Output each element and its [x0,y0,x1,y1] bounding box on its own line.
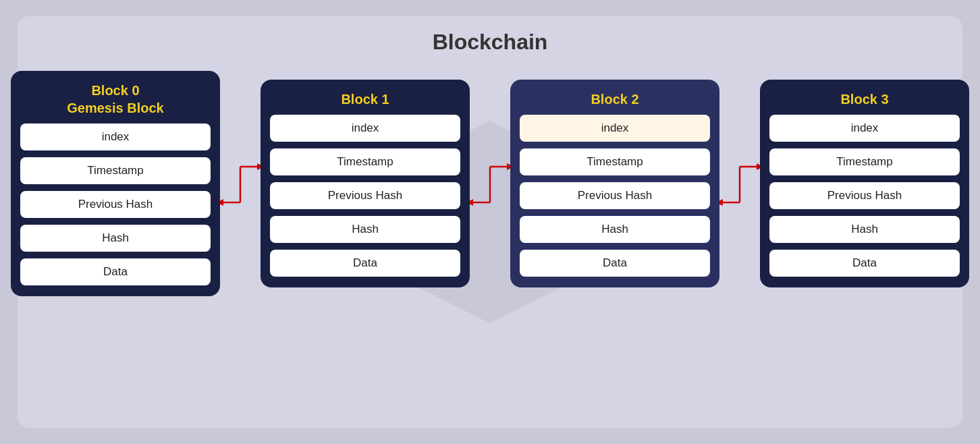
block-0-timestamp: Timestamp [20,157,211,184]
arrow-0-1 [220,143,261,224]
arrow-2-3-svg [719,143,760,224]
block-3-index: index [769,115,960,142]
block-0: Block 0 Gemesis Block index Timestamp Pr… [11,71,220,296]
arrow-1-2-svg [470,143,510,224]
block-3: Block 3 index Timestamp Previous Hash Ha… [760,80,969,287]
block-3-timestamp: Timestamp [769,148,960,175]
block-3-previous-hash: Previous Hash [769,182,960,209]
block-3-data: Data [769,250,960,277]
blocks-row: Block 0 Gemesis Block index Timestamp Pr… [38,71,942,296]
block-1-previous-hash: Previous Hash [270,182,460,209]
arrow-0-1-svg [220,143,261,224]
block-1-index: index [270,115,460,142]
block-0-title: Block 0 Gemesis Block [67,82,163,117]
arrow-1-2 [470,143,510,224]
svg-marker-9 [470,199,473,206]
block-1-data: Data [270,250,460,277]
block-1-timestamp: Timestamp [270,148,460,175]
block-2-hash: Hash [520,216,710,243]
block-0-previous-hash: Previous Hash [20,191,211,218]
block-3-hash: Hash [769,216,960,243]
block-2: Block 2 index Timestamp Previous Hash Ha… [510,80,719,287]
block-2-title: Block 2 [591,90,638,108]
blockchain-container: Blockchain Block 0 Gemesis Block index T… [18,16,962,428]
block-3-title: Block 3 [840,90,888,108]
block-1-hash: Hash [270,216,460,243]
block-2-previous-hash: Previous Hash [520,182,710,209]
svg-marker-14 [719,199,723,206]
svg-marker-8 [507,163,510,170]
block-0-index: index [20,123,211,150]
arrow-2-3 [719,143,760,224]
block-2-data: Data [520,250,710,277]
block-2-timestamp: Timestamp [520,148,710,175]
block-1: Block 1 index Timestamp Previous Hash Ha… [261,80,470,287]
block-2-index: index [520,115,710,142]
svg-marker-3 [257,163,261,170]
page-title: Blockchain [433,30,548,55]
block-0-hash: Hash [20,225,211,252]
block-1-title: Block 1 [341,90,389,108]
svg-marker-4 [220,199,223,206]
svg-marker-13 [757,163,760,170]
block-0-data: Data [20,258,211,285]
